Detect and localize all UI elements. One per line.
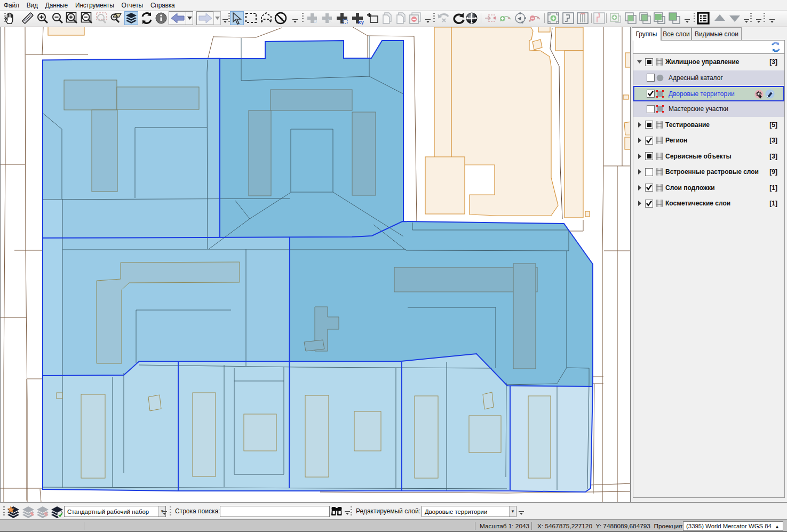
svg-text:xy: xy xyxy=(358,19,364,25)
